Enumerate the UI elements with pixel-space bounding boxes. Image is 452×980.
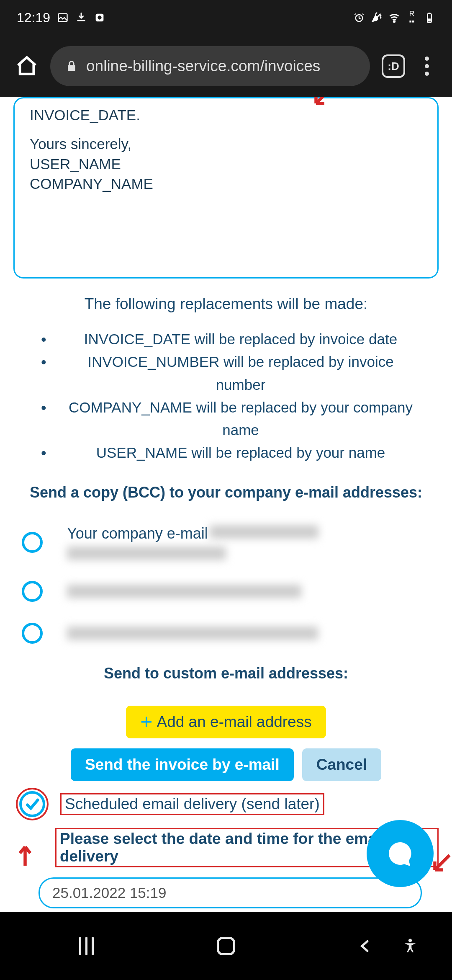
url-text: online-billing-service.com/invoices (86, 57, 320, 75)
bcc-row[interactable] (22, 623, 430, 644)
signal-icon: R▪▪ (406, 12, 418, 23)
bcc-header: Send a copy (BCC) to your company e-mail… (13, 484, 439, 501)
add-email-label: Add an e-mail address (157, 713, 312, 731)
schedule-label: Scheduled email delivery (send later) (65, 795, 320, 812)
chat-fab[interactable] (367, 820, 434, 887)
datetime-value: 25.01.2022 15:19 (52, 885, 166, 901)
chat-icon (385, 838, 415, 869)
list-item: INVOICE_NUMBER will be replaced by invoi… (39, 351, 413, 396)
email-body-line: USER_NAME (30, 154, 422, 174)
image-icon (57, 12, 69, 23)
browser-toolbar: online-billing-service.com/invoices :D (0, 35, 452, 97)
cancel-button[interactable]: Cancel (302, 748, 381, 781)
app-icon (94, 12, 105, 23)
vibrate-icon (371, 12, 383, 23)
annotation-box: Scheduled email delivery (send later) (60, 793, 324, 815)
annotation-circle (16, 788, 49, 820)
browser-home-icon[interactable] (15, 54, 39, 78)
nav-back-button[interactable] (340, 929, 390, 963)
svg-point-2 (98, 15, 101, 19)
svg-rect-7 (429, 13, 431, 13)
email-body-line: Yours sincerely, (30, 134, 422, 154)
svg-rect-9 (68, 65, 75, 71)
list-item: INVOICE_DATE will be replaced by invoice… (39, 328, 413, 351)
radio-icon[interactable] (22, 532, 43, 553)
svg-rect-8 (428, 18, 431, 21)
url-bar[interactable]: online-billing-service.com/invoices (50, 46, 370, 86)
datetime-input[interactable]: 25.01.2022 15:19 (39, 877, 422, 908)
svg-point-5 (393, 21, 395, 23)
page-content: INVOICE_DATE. Yours sincerely, USER_NAME… (0, 97, 452, 912)
annotation-arrow (310, 97, 335, 110)
android-navbar (0, 912, 452, 980)
download-icon (75, 12, 87, 23)
schedule-checkbox[interactable] (19, 791, 45, 817)
bcc-row[interactable]: Your company e-mail (22, 525, 430, 560)
email-body-line: COMPANY_NAME (30, 174, 422, 193)
radio-icon[interactable] (22, 623, 43, 644)
list-item: USER_NAME will be replaced by your name (39, 441, 413, 464)
list-item: COMPANY_NAME will be replaced by your co… (39, 396, 413, 442)
battery-icon (424, 12, 435, 23)
svg-point-10 (408, 939, 412, 942)
plus-icon: + (140, 714, 152, 729)
lock-icon (65, 60, 78, 72)
custom-email-header: Send to custom e-mail addresses: (13, 665, 439, 682)
bcc-row[interactable] (22, 581, 430, 602)
annotation-arrow (13, 843, 38, 868)
send-invoice-button[interactable]: Send the invoice by e-mail (71, 748, 294, 781)
bcc-company-label: Your company e-mail (67, 525, 208, 542)
nav-home-button[interactable] (201, 929, 251, 963)
nav-accessibility-button[interactable] (385, 929, 435, 963)
redacted-text (210, 525, 318, 539)
add-email-button[interactable]: + Add an e-mail address (126, 706, 326, 738)
status-time: 12:19 (17, 10, 50, 26)
email-body-line: INVOICE_DATE. (30, 105, 422, 125)
datetime-prompt: Please select the date and time for the … (60, 830, 385, 865)
status-bar: 12:19 R▪▪ (0, 0, 452, 35)
replacements-title: The following replacements will be made: (13, 295, 439, 313)
alarm-icon (353, 12, 365, 23)
redacted-text (67, 585, 301, 598)
wifi-icon (388, 12, 400, 23)
email-body-textarea[interactable]: INVOICE_DATE. Yours sincerely, USER_NAME… (13, 97, 439, 279)
radio-icon[interactable] (22, 581, 43, 602)
redacted-text (67, 627, 318, 640)
redacted-text (67, 547, 226, 560)
replacements-list: INVOICE_DATE will be replaced by invoice… (13, 328, 439, 464)
nav-recent-button[interactable] (62, 929, 112, 963)
tabs-button[interactable]: :D (382, 54, 405, 78)
browser-menu-button[interactable] (417, 57, 437, 76)
